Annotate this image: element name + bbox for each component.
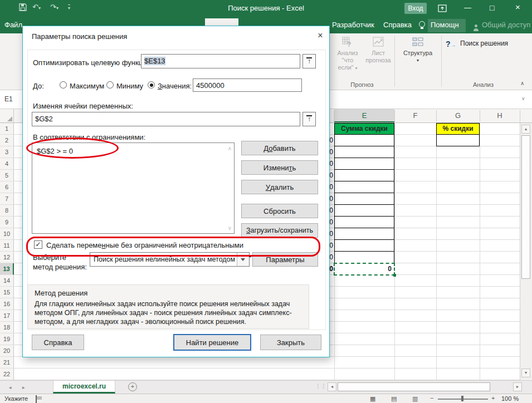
radio-max-label[interactable]: Максимум	[70, 82, 104, 90]
tab-developer[interactable]: Разработчик	[332, 21, 374, 29]
row-header-4[interactable]: 4	[0, 158, 14, 170]
cell-E5[interactable]	[334, 169, 394, 181]
cell-E8[interactable]	[334, 204, 394, 217]
grid-row-21[interactable]	[14, 357, 520, 368]
row-header-17[interactable]: 17	[0, 310, 14, 322]
cell-E10[interactable]	[334, 228, 394, 240]
row-header-5[interactable]: 5	[0, 170, 14, 181]
row-header-22[interactable]: 22	[0, 368, 14, 380]
row-header-8[interactable]: 8	[0, 205, 14, 217]
normal-view-icon[interactable]: ▦	[370, 395, 375, 402]
row-header-9[interactable]: 9	[0, 217, 14, 228]
solver-button[interactable]: ?→ Поиск решения	[446, 39, 506, 51]
column-header-H[interactable]: H	[480, 111, 520, 120]
row-header-12[interactable]: 12	[0, 252, 14, 263]
cell-E7[interactable]	[334, 193, 394, 205]
add-button[interactable]: Добавить	[241, 141, 318, 155]
row-header-18[interactable]: 18	[0, 322, 14, 333]
row-header-16[interactable]: 16	[0, 298, 14, 310]
objective-input[interactable]: $E$13	[141, 54, 300, 68]
dialog-close-icon[interactable]: ×	[314, 30, 327, 42]
scroll-up-icon[interactable]: ▴	[521, 125, 530, 134]
reset-button[interactable]: Сбросить	[241, 204, 318, 218]
close-button[interactable]: Закрыть	[260, 335, 321, 350]
radio-max[interactable]	[60, 81, 67, 89]
radio-min-label[interactable]: Миниму	[116, 82, 143, 90]
collapse-ribbon-icon[interactable]: ∧	[520, 80, 524, 86]
sheet-nav-left-icon[interactable]: ◂	[9, 385, 12, 390]
row-header-21[interactable]: 21	[0, 357, 14, 368]
hscroll-left-icon[interactable]: ◂	[328, 382, 336, 391]
outline-button[interactable]: Структура ▾	[399, 37, 437, 64]
zoom-out-icon[interactable]: −	[430, 395, 433, 401]
name-box[interactable]: E1	[4, 95, 13, 103]
column-header-F[interactable]: F	[394, 111, 436, 120]
listbox-scroll-down-icon[interactable]: ∨	[228, 225, 232, 231]
target-value-input[interactable]: 4500000	[193, 78, 302, 92]
row-header-2[interactable]: 2	[0, 135, 14, 146]
grid-row-22[interactable]	[14, 368, 520, 380]
tab-file[interactable]: Файл	[4, 21, 22, 29]
sheet-tab-active[interactable]: microexcel.ru	[53, 381, 115, 394]
cell-E11[interactable]	[334, 239, 394, 252]
radio-min[interactable]	[106, 81, 114, 89]
tab-share[interactable]: Общий доступ	[482, 21, 530, 29]
cell-E2[interactable]	[334, 134, 394, 146]
fill-handle[interactable]	[393, 274, 396, 277]
column-header-E[interactable]: E	[334, 109, 394, 122]
column-header-G[interactable]: G	[436, 111, 480, 120]
maximize-button[interactable]: □	[490, 3, 494, 12]
hscroll-right-icon[interactable]: ▸	[513, 382, 522, 391]
load-save-button[interactable]: Загрузить/сохранить	[241, 223, 318, 238]
cell-E3[interactable]	[334, 146, 394, 158]
vertical-scrollbar[interactable]: ▴ ▾	[520, 123, 532, 380]
collapse-dialog-icon[interactable]: ↑	[302, 112, 316, 126]
row-header-14[interactable]: 14	[0, 275, 14, 287]
vertical-scroll-thumb[interactable]	[521, 135, 530, 279]
zoom-in-icon[interactable]: +	[491, 395, 495, 401]
cell-E13-selected[interactable]: 0	[334, 263, 395, 276]
cell-E12[interactable]	[334, 251, 394, 263]
close-window-button[interactable]: ×	[515, 3, 520, 12]
row-header-20[interactable]: 20	[0, 345, 14, 357]
help-button[interactable]: Справка	[32, 335, 84, 350]
change-button[interactable]: Изменить	[241, 160, 318, 175]
ribbon-display-options-icon[interactable]	[438, 4, 447, 14]
forecast-sheet-button[interactable]: Листпрогноза	[364, 37, 392, 64]
expand-formula-bar-icon[interactable]: ∨	[521, 96, 525, 101]
listbox-scroll-up-icon[interactable]: ∧	[228, 145, 232, 151]
row-header-13[interactable]: 13	[0, 263, 14, 275]
zoom-slider-thumb[interactable]	[461, 396, 463, 401]
radio-value[interactable]	[148, 81, 155, 89]
scroll-down-icon[interactable]: ▾	[521, 368, 530, 377]
cell-E6[interactable]	[334, 181, 394, 193]
row-header-1[interactable]: 1	[0, 123, 14, 135]
splitter-dots[interactable]: ⋮⋮	[315, 383, 326, 389]
solve-button[interactable]: Найти решение	[173, 334, 251, 351]
variables-input[interactable]: $G$2	[32, 112, 300, 126]
delete-button[interactable]: Удалить	[241, 180, 318, 194]
row-header-11[interactable]: 11	[0, 240, 14, 252]
tab-help[interactable]: Справка	[383, 21, 412, 29]
cell-G1[interactable]: % скидки	[436, 123, 480, 135]
row-header-15[interactable]: 15	[0, 287, 14, 298]
select-all-corner[interactable]	[0, 109, 14, 122]
row-header-19[interactable]: 19	[0, 333, 14, 345]
collapse-dialog-icon[interactable]: ↑	[302, 54, 316, 68]
tab-assistant[interactable]: Помощн	[428, 19, 466, 32]
cell-E9[interactable]	[334, 216, 394, 228]
radio-value-label[interactable]: Значения:	[158, 82, 192, 90]
page-break-view-icon[interactable]: ▥	[412, 395, 418, 402]
zoom-level[interactable]: 100 %	[501, 395, 519, 402]
minimize-button[interactable]: —	[464, 3, 471, 12]
new-sheet-icon[interactable]: +	[128, 382, 137, 391]
row-header-3[interactable]: 3	[0, 146, 14, 158]
row-header-10[interactable]: 10	[0, 228, 14, 240]
whatif-analysis-button[interactable]: ? Анализ "чтоесли" ▾	[332, 37, 363, 72]
cell-E4[interactable]	[334, 158, 394, 170]
cell-E1[interactable]: Сумма скидки	[334, 123, 394, 135]
row-header-7[interactable]: 7	[0, 193, 14, 205]
sheet-nav-right-icon[interactable]: ▸	[22, 385, 25, 390]
horizontal-scroll-thumb[interactable]	[338, 382, 490, 391]
page-layout-view-icon[interactable]: ▤	[391, 395, 397, 402]
